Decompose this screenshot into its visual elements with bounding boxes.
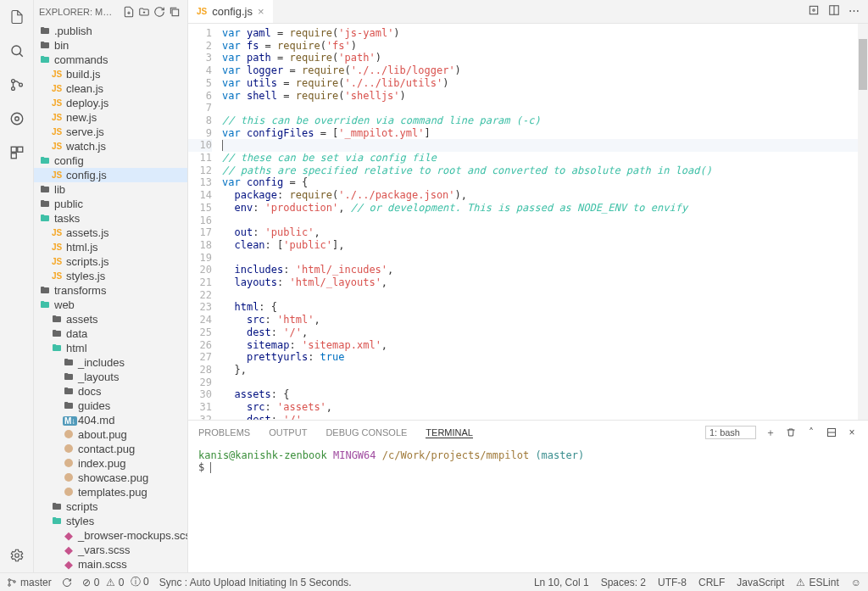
terminal-select[interactable]: 1: bash <box>705 426 756 439</box>
tree-item-label: showcase.pug <box>78 471 148 484</box>
svg-rect-8 <box>17 147 22 152</box>
maximize-panel-icon[interactable] <box>826 427 837 438</box>
tree-item[interactable]: data <box>34 326 187 341</box>
kill-terminal-icon[interactable] <box>785 427 797 438</box>
svg-point-0 <box>12 46 21 55</box>
tree-item-label: data <box>66 327 87 340</box>
tree-item-label: bin <box>54 39 69 52</box>
tree-item[interactable]: JSwatch.js <box>34 139 187 153</box>
tree-item[interactable]: JSclean.js <box>34 81 187 96</box>
tree-item[interactable]: JShtml.js <box>34 240 187 254</box>
refresh-icon[interactable] <box>152 4 167 20</box>
tree-item[interactable]: bin <box>34 38 187 53</box>
more-actions-icon[interactable]: ⋯ <box>849 4 860 19</box>
tree-item[interactable]: ◆_browser-mockups.scss <box>34 528 187 543</box>
close-tab-icon[interactable]: × <box>258 5 264 18</box>
status-encoding[interactable]: UTF-8 <box>658 577 687 588</box>
tree-item-label: html.js <box>66 241 98 254</box>
panel-tab-debug[interactable]: DEBUG CONSOLE <box>326 427 407 438</box>
tree-item[interactable]: JSbuild.js <box>34 67 187 81</box>
tree-item[interactable]: assets <box>34 312 187 326</box>
panel-tab-terminal[interactable]: TERMINAL <box>426 427 473 438</box>
tree-item[interactable]: JSconfig.js <box>34 168 187 182</box>
tree-item[interactable]: JSserve.js <box>34 125 187 139</box>
tree-item[interactable]: .publish <box>34 24 187 38</box>
tree-item[interactable]: JSdeploy.js <box>34 96 187 110</box>
source-control-icon[interactable] <box>0 68 34 102</box>
tree-item[interactable]: showcase.pug <box>34 471 187 485</box>
settings-gear-icon[interactable] <box>0 538 34 572</box>
tree-item[interactable]: M↓404.md <box>34 413 187 427</box>
tree-item[interactable]: web <box>34 298 187 312</box>
svg-point-13 <box>813 9 815 11</box>
activity-bar <box>0 0 34 572</box>
status-feedback-icon[interactable]: ☺ <box>851 577 861 588</box>
code-content[interactable]: var yaml = require('js-yaml')var fs = re… <box>222 24 868 420</box>
split-editor-icon[interactable] <box>828 4 840 19</box>
svg-point-19 <box>8 583 11 586</box>
tabs-bar: JS config.js × ⋯ <box>188 0 868 24</box>
panel-tab-output[interactable]: OUTPUT <box>269 427 307 438</box>
new-folder-icon[interactable] <box>136 4 152 20</box>
tree-item[interactable]: styles <box>34 514 187 528</box>
debug-icon[interactable] <box>0 102 34 136</box>
tree-item[interactable]: tasks <box>34 211 187 226</box>
status-indent[interactable]: Spaces: 2 <box>601 577 646 588</box>
status-eslint[interactable]: ⚠ ESLint <box>796 577 838 588</box>
collapse-all-icon[interactable] <box>167 4 182 20</box>
tree-item[interactable]: commands <box>34 53 187 67</box>
tree-item[interactable]: docs <box>34 384 187 399</box>
svg-point-10 <box>14 554 19 558</box>
extensions-icon[interactable] <box>0 136 34 170</box>
tree-item[interactable]: guides <box>34 399 187 413</box>
tree-item[interactable]: templates.pug <box>34 485 187 499</box>
new-file-icon[interactable] <box>121 4 136 20</box>
tree-item[interactable]: JSassets.js <box>34 226 187 240</box>
scrollbar-track[interactable] <box>858 24 868 420</box>
tree-item-label: transforms <box>54 284 106 297</box>
term-host: MINGW64 <box>333 449 376 461</box>
tab-config-js[interactable]: JS config.js × <box>188 0 273 23</box>
status-problems[interactable]: ⊘ 0 ⚠ 0 ⓘ 0 <box>82 575 149 589</box>
tree-item[interactable]: _includes <box>34 355 187 370</box>
scrollbar-thumb[interactable] <box>859 39 867 90</box>
tree-item[interactable]: scripts <box>34 499 187 514</box>
tree-item[interactable]: _layouts <box>34 370 187 384</box>
panel-tab-problems[interactable]: PROBLEMS <box>198 427 250 438</box>
tree-item[interactable]: transforms <box>34 283 187 298</box>
tree-item[interactable]: config <box>34 153 187 168</box>
tree-item[interactable]: JSstyles.js <box>34 269 187 283</box>
tree-item[interactable]: about.pug <box>34 427 187 442</box>
editor-action-icon[interactable] <box>808 4 820 19</box>
panel-up-icon[interactable]: ˄ <box>805 427 817 438</box>
status-branch[interactable]: master <box>7 577 52 588</box>
search-icon[interactable] <box>0 34 34 68</box>
tree-item[interactable]: lib <box>34 182 187 197</box>
tree-item-label: guides <box>78 399 110 412</box>
tree-item[interactable]: JSscripts.js <box>34 254 187 269</box>
status-lang[interactable]: JavaScript <box>737 577 784 588</box>
tree-item[interactable]: contact.pug <box>34 442 187 456</box>
close-panel-icon[interactable]: × <box>846 427 858 438</box>
tree-item-label: about.pug <box>78 428 127 441</box>
tree-item-label: docs <box>78 385 101 398</box>
tree-item[interactable]: public <box>34 197 187 211</box>
status-eol[interactable]: CRLF <box>698 577 725 588</box>
status-sync[interactable] <box>62 577 72 588</box>
terminal[interactable]: kanis@kanishk-zenbook MINGW64 /c/Work/pr… <box>188 444 868 572</box>
explorer-icon[interactable] <box>0 0 34 34</box>
tree-item-label: lib <box>54 183 65 196</box>
status-cursor-pos[interactable]: Ln 10, Col 1 <box>534 577 589 588</box>
tree-item-label: _includes <box>78 356 125 369</box>
tree-item[interactable]: JSnew.js <box>34 110 187 125</box>
tree-item[interactable]: ◆_vars.scss <box>34 543 187 557</box>
tree-item-label: tasks <box>54 212 80 225</box>
tree-item-label: config.js <box>66 169 107 181</box>
new-terminal-icon[interactable]: ＋ <box>765 427 776 438</box>
tree-item[interactable]: index.pug <box>34 456 187 471</box>
code-editor[interactable]: 1234567891011121314151617181920212223242… <box>188 24 868 420</box>
term-prompt: $ <box>198 461 210 473</box>
tree-item-label: _vars.scss <box>78 544 130 556</box>
tree-item[interactable]: ◆main.scss <box>34 557 187 571</box>
tree-item[interactable]: html <box>34 341 187 355</box>
